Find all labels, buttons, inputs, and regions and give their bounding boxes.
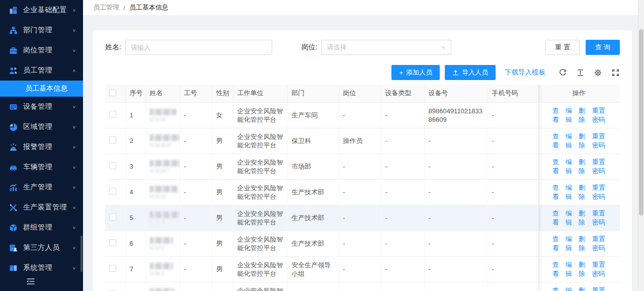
import-person-button[interactable]: 导入人员 — [445, 65, 496, 80]
edit-link[interactable]: 编辑 — [565, 106, 573, 124]
view-link[interactable]: 查看 — [552, 209, 559, 227]
download-template-link[interactable]: 下载导入模板 — [505, 68, 545, 77]
sidebar-item-1[interactable]: 部门管理∨ — [0, 20, 83, 40]
sidebar-item-7[interactable]: 报警管理∨ — [0, 137, 83, 157]
reload-icon[interactable] — [558, 68, 567, 77]
sidebar-item-6[interactable]: 区域管理∨ — [0, 117, 83, 137]
sidebar-item-3[interactable]: 员工管理∧ — [0, 60, 83, 81]
chevron-down-icon: ∨ — [72, 205, 76, 210]
delete-link[interactable]: 删除 — [578, 183, 586, 201]
cell-post: 操作员 — [339, 128, 381, 154]
fullscreen-icon[interactable] — [611, 68, 620, 77]
view-link[interactable]: 查看 — [552, 260, 559, 278]
cell-device-type: - — [381, 179, 424, 205]
table-row: 5-男企业安全风险智能化管控平台生产技术部----查看编辑删除重置密码 — [105, 205, 620, 231]
delete-link[interactable]: 删除 — [578, 235, 586, 253]
column-header-3: 性别 — [212, 85, 233, 102]
row-checkbox[interactable] — [109, 213, 116, 221]
select-all-checkbox[interactable] — [109, 89, 116, 96]
reset-password-link[interactable]: 重置密码 — [591, 132, 606, 150]
query-button[interactable]: 查询 — [586, 40, 620, 55]
delete-link[interactable]: 删除 — [578, 158, 586, 176]
cell-device-no: - — [424, 282, 488, 291]
delete-link[interactable]: 删除 — [578, 286, 586, 291]
post-filter-placeholder: 请选择 — [327, 43, 347, 52]
delete-link[interactable]: 删除 — [578, 209, 586, 227]
table-row: 6-男企业安全风险智能化管控平台生产技术部----查看编辑删除重置密码 — [105, 231, 620, 256]
reset-button[interactable]: 重置 — [545, 40, 580, 55]
menu-fold-icon[interactable] — [26, 277, 35, 285]
redacted-name-block — [150, 186, 178, 192]
column-height-icon[interactable] — [576, 68, 585, 77]
settings-icon[interactable] — [594, 68, 602, 77]
edit-link[interactable]: 编辑 — [565, 158, 573, 176]
cell-work-unit: 企业安全风险智能化管控平台 — [233, 256, 287, 282]
view-link[interactable]: 查看 — [552, 183, 559, 201]
view-link[interactable]: 查看 — [552, 158, 559, 176]
chevron-down-icon: ∨ — [72, 246, 76, 250]
cell-name-redacted — [145, 128, 180, 154]
app-window: 企业基础配置∨部门管理∨岗位管理∨员工管理∧员工基本信息设备管理∨区域管理∨报警… — [0, 0, 644, 291]
row-checkbox[interactable] — [109, 111, 116, 118]
sidebar-item-11[interactable]: 群组管理∨ — [0, 217, 83, 238]
alarm-icon — [9, 142, 18, 152]
view-link[interactable]: 查看 — [552, 286, 559, 291]
row-checkbox[interactable] — [109, 188, 116, 195]
sidebar-subitem-4[interactable]: 员工基本信息 — [0, 81, 83, 97]
cell-department: 生产技术部 — [287, 231, 339, 256]
cell-name-redacted — [145, 231, 180, 256]
sidebar-item-9[interactable]: 生产管理∨ — [0, 177, 83, 197]
post-filter-select[interactable]: 请选择 ∨ — [321, 40, 451, 55]
name-filter-input[interactable] — [125, 40, 272, 55]
chevron-down-icon: ∨ — [72, 266, 76, 270]
sidebar-item-8[interactable]: 车辆管理∨ — [0, 157, 83, 177]
row-checkbox[interactable] — [109, 265, 116, 272]
sidebar-item-12[interactable]: 第三方人员∨ — [0, 238, 83, 258]
view-link[interactable]: 查看 — [552, 106, 559, 124]
redacted-name-ghost — [150, 169, 169, 173]
production-icon — [9, 183, 18, 192]
cell-device-type: - — [381, 205, 424, 231]
cell-device-no: - — [424, 231, 488, 256]
table-tool-icons — [558, 68, 620, 77]
sidebar-item-2[interactable]: 岗位管理∨ — [0, 40, 83, 60]
reset-password-link[interactable]: 重置密码 — [591, 209, 606, 227]
reset-password-link[interactable]: 重置密码 — [591, 183, 606, 201]
reset-password-link[interactable]: 重置密码 — [591, 106, 606, 124]
edit-link[interactable]: 编辑 — [565, 183, 573, 201]
delete-link[interactable]: 删除 — [578, 106, 586, 124]
breadcrumb-parent[interactable]: 员工管理 — [93, 3, 119, 12]
cell-work-unit: 企业安全风险智能化管控平台 — [233, 102, 287, 128]
redacted-name-ghost — [150, 271, 164, 275]
edit-link[interactable]: 编辑 — [565, 209, 573, 227]
edit-link[interactable]: 编辑 — [565, 286, 573, 291]
view-link[interactable]: 查看 — [552, 235, 559, 253]
view-link[interactable]: 查看 — [552, 132, 559, 150]
cell-job-no: - — [180, 282, 212, 291]
page-scrollbar — [638, 0, 644, 291]
sidebar-item-0[interactable]: 企业基础配置∨ — [0, 0, 83, 20]
edit-link[interactable]: 编辑 — [565, 235, 573, 253]
reset-password-link[interactable]: 重置密码 — [591, 235, 606, 253]
redacted-name-block — [150, 211, 180, 218]
reset-password-link[interactable]: 重置密码 — [591, 260, 606, 278]
cell-department: 一班 — [287, 282, 339, 291]
row-checkbox[interactable] — [109, 162, 116, 169]
page-scrollbar-thumb[interactable] — [639, 29, 643, 215]
cell-device-no: - — [424, 154, 488, 179]
area-icon — [9, 122, 18, 131]
cell-department: 生产技术部 — [287, 205, 339, 231]
sidebar-item-label: 车辆管理 — [23, 163, 72, 172]
add-person-button[interactable]: + 添加人员 — [391, 65, 440, 80]
delete-link[interactable]: 删除 — [578, 132, 586, 150]
row-checkbox[interactable] — [109, 239, 116, 246]
cell-gender: 男 — [212, 282, 233, 291]
reset-password-link[interactable]: 重置密码 — [591, 158, 606, 176]
delete-link[interactable]: 删除 — [578, 260, 586, 278]
edit-link[interactable]: 编辑 — [565, 132, 573, 150]
sidebar-item-5[interactable]: 设备管理∨ — [0, 97, 83, 117]
row-checkbox[interactable] — [109, 136, 116, 143]
sidebar-item-10[interactable]: 生产装置管理∨ — [0, 197, 83, 217]
reset-password-link[interactable]: 重置密码 — [591, 286, 606, 291]
edit-link[interactable]: 编辑 — [565, 260, 573, 278]
